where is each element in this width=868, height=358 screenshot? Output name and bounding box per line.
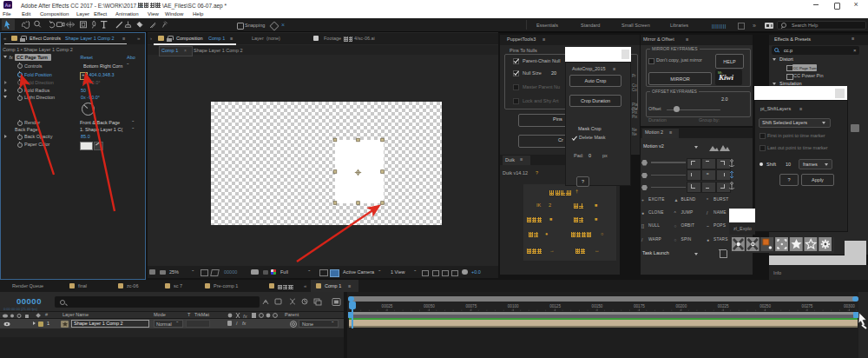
- svg-text:00125: 00125: [549, 304, 561, 308]
- svg-text:00200: 00200: [675, 304, 687, 308]
- svg-text:00025: 00025: [382, 304, 393, 308]
- svg-text:00225: 00225: [718, 304, 729, 308]
- svg-text:00050: 00050: [424, 304, 435, 308]
- svg-text:00075: 00075: [465, 304, 477, 308]
- svg-text:00150: 00150: [592, 304, 603, 308]
- svg-text:00300: 00300: [844, 304, 855, 308]
- svg-text:00275: 00275: [802, 304, 813, 308]
- svg-text:00175: 00175: [634, 304, 645, 308]
- svg-text:fx: fx: [243, 314, 248, 319]
- svg-text:00100: 00100: [508, 304, 519, 308]
- svg-text:00250: 00250: [760, 304, 771, 308]
